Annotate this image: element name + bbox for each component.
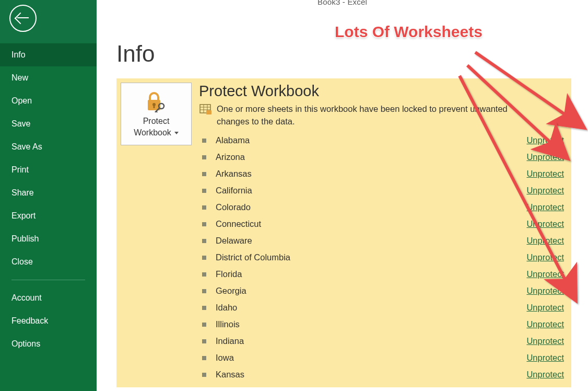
nav-label: Options — [11, 339, 40, 348]
sheet-name: Indiana — [216, 336, 526, 346]
unprotect-link[interactable]: Unprotect — [526, 169, 564, 179]
nav-label: Account — [11, 293, 42, 302]
sheet-bullet-icon — [202, 356, 206, 360]
unprotect-link[interactable]: Unprotect — [526, 286, 564, 296]
sheet-bullet-icon — [202, 373, 206, 377]
nav-item-print[interactable]: Print — [0, 158, 97, 181]
protect-description: One or more sheets in this workbook have… — [217, 103, 535, 128]
sheet-name: Arkansas — [216, 169, 526, 179]
nav-label: Publish — [11, 234, 39, 243]
unprotect-link[interactable]: Unprotect — [526, 202, 564, 212]
sheet-name: Delaware — [216, 236, 526, 246]
sheet-row: CaliforniaUnprotect — [199, 182, 567, 199]
back-arrow-icon — [16, 12, 30, 25]
sheet-row: IowaUnprotect — [199, 350, 567, 366]
sheet-bullet-icon — [202, 155, 206, 159]
unprotect-link[interactable]: Unprotect — [526, 370, 564, 380]
sheet-row: ConnecticutUnprotect — [199, 216, 567, 233]
sheet-row: ColoradoUnprotect — [199, 199, 567, 216]
nav-label: Export — [11, 211, 36, 220]
sheet-name: Kansas — [216, 370, 526, 380]
protect-button-line1: Protect — [134, 116, 179, 127]
sheet-bullet-icon — [202, 205, 206, 210]
sheet-name: Illinois — [216, 319, 526, 329]
sheet-name: Arizona — [216, 152, 526, 162]
sheet-bullet-icon — [202, 239, 206, 243]
nav-item-account[interactable]: Account — [0, 286, 97, 309]
nav-item-save[interactable]: Save — [0, 112, 97, 135]
sheet-bullet-icon — [202, 172, 206, 176]
unprotect-link[interactable]: Unprotect — [526, 186, 564, 196]
nav-label: New — [11, 73, 28, 82]
nav-label: Feedback — [11, 316, 48, 325]
sheet-bullet-icon — [202, 339, 206, 343]
nav-label: Close — [11, 257, 33, 266]
sheet-bullet-icon — [202, 222, 206, 226]
protected-sheet-list: AlabamaUnprotectArizonaUnprotectArkansas… — [199, 132, 567, 383]
sheet-bullet-icon — [202, 272, 206, 277]
unprotect-link[interactable]: Unprotect — [526, 269, 564, 279]
nav-item-feedback[interactable]: Feedback — [0, 309, 97, 332]
protect-heading: Protect Workbook — [199, 83, 567, 100]
sheet-row: AlabamaUnprotect — [199, 132, 567, 149]
protect-workbook-panel: Protect Workbook Protect Workbook One or… — [116, 78, 571, 387]
sheet-bullet-icon — [202, 306, 206, 310]
nav-label: Print — [11, 165, 29, 174]
sheet-name: Connecticut — [216, 219, 526, 229]
unprotect-link[interactable]: Unprotect — [526, 353, 564, 363]
unprotect-link[interactable]: Unprotect — [526, 319, 564, 329]
sheet-row: ArkansasUnprotect — [199, 166, 567, 182]
nav-item-save-as[interactable]: Save As — [0, 135, 97, 158]
nav-label: Open — [11, 96, 32, 105]
unprotect-link[interactable]: Unprotect — [526, 219, 564, 229]
sheet-name: California — [216, 186, 526, 196]
nav-item-open[interactable]: Open — [0, 89, 97, 112]
nav-item-close[interactable]: Close — [0, 250, 97, 273]
protect-panel-body: Protect Workbook One or more sheets in t… — [192, 83, 567, 383]
sheet-row: KansasUnprotect — [199, 366, 567, 383]
nav-item-info[interactable]: Info — [0, 43, 97, 66]
sheet-row: GeorgiaUnprotect — [199, 283, 567, 300]
nav-item-export[interactable]: Export — [0, 204, 97, 227]
sheet-row: ArizonaUnprotect — [199, 149, 567, 166]
sheet-row: IdahoUnprotect — [199, 300, 567, 316]
nav-label: Save As — [11, 142, 42, 151]
nav-separator — [11, 280, 85, 280]
sheet-name: Colorado — [216, 202, 526, 212]
unprotect-link[interactable]: Unprotect — [526, 303, 564, 313]
nav-item-publish[interactable]: Publish — [0, 227, 97, 250]
sheet-name: District of Columbia — [216, 252, 526, 262]
sheet-bullet-icon — [202, 323, 206, 327]
sheet-bullet-icon — [202, 289, 206, 293]
worksheet-icon — [199, 103, 211, 116]
sheet-row: IndianaUnprotect — [199, 333, 567, 350]
sheet-bullet-icon — [202, 139, 206, 143]
sheet-bullet-icon — [202, 256, 206, 260]
unprotect-link[interactable]: Unprotect — [526, 336, 564, 346]
nav-item-share[interactable]: Share — [0, 181, 97, 204]
sheet-name: Florida — [216, 269, 526, 279]
nav-item-options[interactable]: Options — [0, 332, 97, 355]
sheet-name: Alabama — [216, 135, 526, 145]
svg-rect-11 — [206, 110, 211, 114]
back-button[interactable] — [9, 5, 37, 32]
unprotect-link[interactable]: Unprotect — [526, 252, 564, 262]
protect-button-line2: Workbook — [134, 127, 179, 139]
annotation-text: Lots Of Worksheets — [335, 23, 483, 41]
main-area: Book3 - Excel Info Protect Workbook Prot… — [97, 0, 588, 391]
nav-item-new[interactable]: New — [0, 66, 97, 89]
unprotect-link[interactable]: Unprotect — [526, 152, 564, 162]
nav-label: Share — [11, 188, 34, 197]
unprotect-link[interactable]: Unprotect — [526, 135, 564, 145]
sheet-row: FloridaUnprotect — [199, 266, 567, 283]
sheet-name: Idaho — [216, 303, 526, 313]
unprotect-link[interactable]: Unprotect — [526, 236, 564, 246]
sheet-row: District of ColumbiaUnprotect — [199, 249, 567, 266]
protect-workbook-button[interactable]: Protect Workbook — [121, 83, 192, 145]
backstage-sidebar: Info New Open Save Save As Print Share E… — [0, 0, 97, 391]
sheet-name: Iowa — [216, 353, 526, 363]
nav-label: Save — [11, 119, 30, 128]
lock-key-icon — [145, 91, 168, 112]
nav-label: Info — [11, 50, 26, 59]
window-title: Book3 - Excel — [97, 0, 588, 4]
